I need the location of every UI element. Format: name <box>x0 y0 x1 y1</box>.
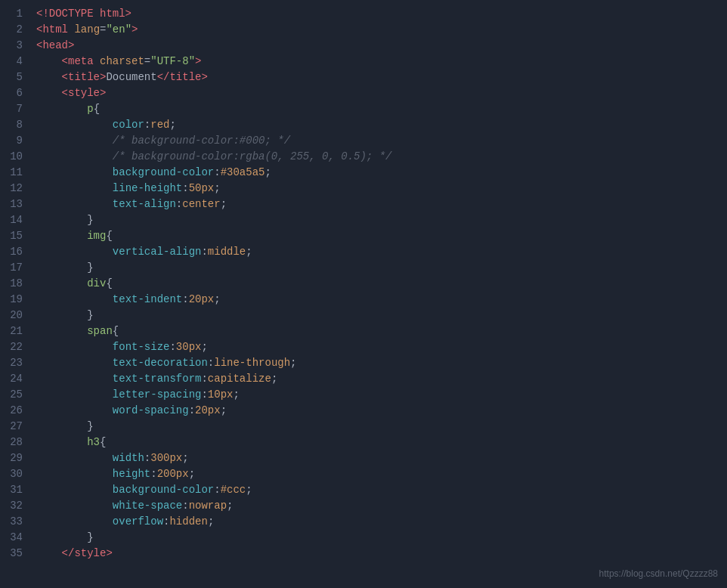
code-line: span{ <box>36 323 727 339</box>
token-punctuation: : <box>182 293 188 305</box>
token-comment: /* background-color:rgba(0, 255, 0, 0.5)… <box>36 150 391 162</box>
token-property: overflow <box>113 515 163 528</box>
token-tag: > <box>195 55 201 67</box>
token-punctuation: ; <box>265 166 271 178</box>
token-punctuation: : <box>201 373 207 385</box>
code-line: div{ <box>36 276 727 292</box>
code-line: text-decoration:line-through; <box>36 355 727 371</box>
token-bracket <box>36 404 113 416</box>
token-property: text-transform <box>113 373 202 385</box>
token-brace: } <box>36 309 94 321</box>
code-line: text-indent:20px; <box>36 292 727 308</box>
token-value: middle <box>208 246 246 258</box>
line-number: 33 <box>8 514 23 530</box>
line-number: 11 <box>8 165 23 181</box>
token-attr-value: "en" <box>106 23 131 36</box>
token-value: #30a5a5 <box>221 166 265 178</box>
token-punctuation: ; <box>182 452 188 464</box>
token-value: 30px <box>176 341 202 353</box>
code-line: img{ <box>36 228 727 244</box>
token-bracket <box>36 198 113 210</box>
token-value: 300px <box>150 452 182 464</box>
code-line: /* background-color:rgba(0, 255, 0, 0.5)… <box>36 149 727 165</box>
code-line: </style> <box>36 546 727 562</box>
code-line: p{ <box>36 101 727 117</box>
token-tag: <meta <box>36 55 100 67</box>
line-number: 28 <box>8 435 23 450</box>
token-attr-name: lang <box>74 23 100 36</box>
token-bracket <box>36 119 113 131</box>
token-punctuation: ; <box>271 373 277 385</box>
token-property: background-color <box>113 484 214 496</box>
token-selector: div <box>36 277 106 289</box>
line-number: 8 <box>8 117 23 133</box>
token-punctuation: : <box>144 452 150 464</box>
line-number: 27 <box>8 419 23 435</box>
code-line: } <box>36 260 727 276</box>
token-property: font-size <box>113 341 170 353</box>
token-value: center <box>182 198 220 210</box>
line-number: 34 <box>8 530 23 546</box>
token-property: letter-spacing <box>113 388 202 401</box>
token-punctuation: : <box>201 246 207 258</box>
line-number: 3 <box>8 38 23 54</box>
code-line: <!DOCTYPE html> <box>36 6 727 22</box>
line-number: 6 <box>8 85 23 101</box>
code-editor: 1234567891011121314151617181920212223242… <box>0 0 727 588</box>
token-bracket: Document <box>106 71 156 83</box>
line-number: 20 <box>8 308 23 323</box>
token-punctuation: ; <box>214 182 220 194</box>
line-number: 9 <box>8 133 23 149</box>
token-comment: /* background-color:#000; */ <box>36 135 290 147</box>
token-tag: </style> <box>36 547 113 559</box>
token-punctuation: ; <box>169 119 175 131</box>
token-punctuation: : <box>150 468 156 480</box>
token-tag: <!DOCTYPE html> <box>36 8 131 20</box>
token-brace: { <box>113 325 119 337</box>
token-punctuation: : <box>182 182 188 194</box>
code-line: background-color:#ccc; <box>36 482 727 498</box>
token-brace: } <box>36 531 94 543</box>
token-punctuation: : <box>169 341 175 353</box>
token-punctuation: ; <box>208 515 214 528</box>
token-bracket <box>36 373 113 385</box>
token-bracket <box>36 357 113 369</box>
token-bracket <box>36 452 113 464</box>
token-property: width <box>113 452 144 464</box>
line-number: 1 <box>8 6 23 22</box>
code-line: white-space:nowrap; <box>36 498 727 514</box>
token-value: #ccc <box>221 484 246 496</box>
token-bracket <box>36 341 113 353</box>
line-number: 18 <box>8 276 23 292</box>
line-number: 5 <box>8 70 23 85</box>
code-line: background-color:#30a5a5; <box>36 165 727 181</box>
token-punctuation: : <box>144 119 150 131</box>
token-tag: <title> <box>36 71 106 83</box>
code-line: <style> <box>36 85 727 101</box>
token-bracket <box>36 388 113 401</box>
token-bracket <box>36 515 113 528</box>
line-number: 16 <box>8 244 23 260</box>
token-brace: } <box>36 214 94 226</box>
token-punctuation: ; <box>233 388 239 401</box>
code-line: text-align:center; <box>36 197 727 212</box>
code-line: letter-spacing:10px; <box>36 387 727 403</box>
token-value: 50px <box>189 182 215 194</box>
line-number: 21 <box>8 323 23 339</box>
token-bracket <box>36 293 113 305</box>
code-line: <meta charset="UTF-8"> <box>36 54 727 70</box>
token-property: white-space <box>113 500 182 512</box>
code-line: <head> <box>36 38 727 54</box>
token-punctuation: = <box>144 55 150 67</box>
token-bracket <box>36 246 113 258</box>
code-line: } <box>36 419 727 435</box>
token-tag: </title> <box>157 71 208 83</box>
token-punctuation: ; <box>189 468 195 480</box>
token-brace: { <box>106 277 112 289</box>
code-line: overflow:hidden; <box>36 514 727 530</box>
token-punctuation: : <box>201 388 207 401</box>
token-punctuation: : <box>214 484 220 496</box>
code-line: } <box>36 530 727 546</box>
line-number: 10 <box>8 149 23 165</box>
line-number: 35 <box>8 546 23 562</box>
